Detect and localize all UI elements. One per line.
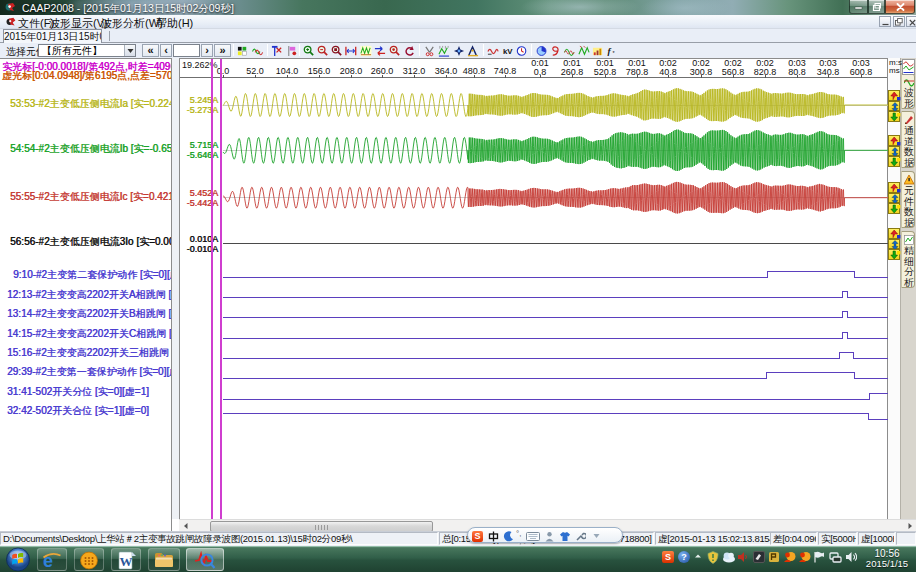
- svg-text:*: *: [613, 50, 616, 56]
- svg-text:f: f: [607, 46, 611, 56]
- svg-text:kV: kV: [503, 47, 513, 56]
- svg-text:W: W: [119, 554, 132, 569]
